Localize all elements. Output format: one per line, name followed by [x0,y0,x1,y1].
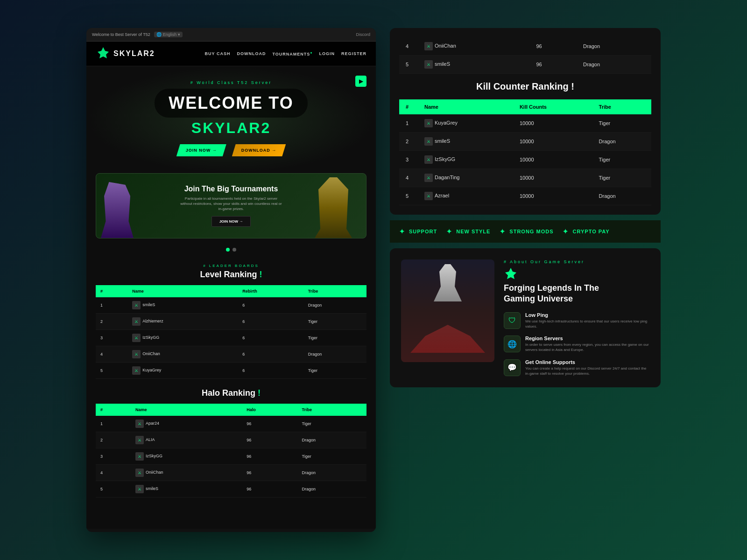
feature-desc: You can create a help request on our Dis… [525,366,649,376]
crypto-pay-label: CRYPTO PAY [572,229,609,234]
rank-cell: 5 [399,187,418,205]
halo-col-rank: # [96,404,131,416]
feature-crypto-pay: ✦ CRYPTO PAY [563,228,609,235]
player-avatar [132,301,141,309]
halo-cell: 96 [242,465,297,481]
name-cell: OniiChan [127,346,238,363]
feature-desc: In order to serve users from every regio… [525,342,649,352]
tribe-cell: Dragon [592,133,651,151]
player-avatar [135,436,144,444]
kills-cell: 10000 [513,133,592,151]
prev-halo-rows: 4 OniiChan 96 Dragon 5 smileS 96 Dragon [399,37,651,74]
social-icon[interactable]: ▶ [355,76,366,87]
language-selector[interactable]: 🌐 English ▾ [154,32,183,37]
rank-cell: 4 [399,37,418,56]
new-style-label: NEW STYLE [456,229,490,234]
feature-list: 🛡 Low Ping We use high-tech infrastructu… [504,312,649,376]
name-cell: KuyaGrey [127,363,238,379]
character-right [315,177,352,238]
support-label: SUPPORT [409,229,437,234]
tribe-cell: Tiger [303,330,366,346]
svg-marker-0 [98,47,109,58]
rank-cell: 5 [399,56,418,74]
nav-links: BUY CASH DOWNLOAD TOURNAMENTS● LOGIN REG… [205,51,366,56]
rank-cell: 1 [96,416,131,432]
kill-col-kills: Kill Counts [513,99,592,114]
table-row: 4 DaganTing 10000 Tiger [399,169,651,187]
browser-tab: Welcome to Best Server of T52 [92,32,150,37]
table-row: 1 smileS 6 Dragon [96,297,366,314]
kill-counter-title: Kill Counter Ranking ! [399,81,651,92]
download-button[interactable]: DOWNLOAD → [232,144,286,156]
player-avatar [424,119,433,127]
tournament-text: Join The Big Tournaments Participate in … [180,185,282,227]
player-avatar [424,137,433,146]
about-section: # About Our Game Server Forging Legends … [390,248,661,387]
player-avatar [132,317,141,326]
rank-cell: 3 [96,448,131,465]
site-logo-text: SKYLAR2 [113,49,155,58]
tribe-cell: Tiger [297,448,366,465]
nav-buy-cash[interactable]: BUY CASH [205,51,231,56]
halo-ranking-section: Halo Ranking ! # Name Halo Tribe 1 Apar2… [86,384,376,502]
feature-name: Region Servers [525,336,649,341]
nav-tournaments[interactable]: TOURNAMENTS● [272,51,312,56]
tribe-cell: Dragon [297,465,366,481]
col-tribe: Tribe [303,285,366,297]
player-avatar [424,42,433,50]
rebirth-cell: 6 [238,314,303,330]
name-cell: IzSkyGG [418,151,513,169]
dot-1[interactable] [226,248,230,252]
nav-download[interactable]: DOWNLOAD [237,51,266,56]
player-avatar [424,155,433,164]
feature-content: Region Servers In order to serve users f… [525,336,649,352]
player-avatar [135,420,144,428]
rank-cell: 2 [96,432,131,448]
strong-mods-star: ✦ [500,228,506,235]
tribe-cell: Tiger [592,114,651,133]
feature-name: Low Ping [525,312,649,318]
rank-cell: 2 [96,314,127,330]
tribe-cell: Tiger [592,169,651,187]
hero-subtitle: # World Class T52 Server [96,80,366,85]
tournament-join-button[interactable]: JOIN NOW → [211,216,251,227]
join-now-button[interactable]: JOIN NOW → [176,144,226,156]
table-row: 4 OniiChan 96 Dragon [96,465,366,481]
halo-cell: 96 [529,56,577,74]
rebirth-cell: 6 [238,330,303,346]
table-row: 5 Azrael 10000 Dragon [399,187,651,205]
halo-col-tribe: Tribe [297,404,366,416]
feature-icon: 🛡 [504,312,521,329]
tournament-title: Join The Big Tournaments [180,185,282,193]
halo-cell: 96 [242,416,297,432]
name-cell: smileS [418,133,513,151]
hero-site-name: SKYLAR2 [96,119,366,137]
browser-window: Welcome to Best Server of T52 🌐 English … [86,28,376,532]
feature-name: Get Online Supports [525,359,649,365]
kills-cell: 10000 [513,187,592,205]
discord-link[interactable]: Discord [356,32,370,37]
about-logo-icon [504,267,518,281]
name-cell: ALIA [131,432,242,448]
name-cell: Alzhiemerz [127,314,238,330]
name-cell: KuyaGrey [418,114,513,133]
halo-cell: 96 [242,448,297,465]
site-nav: SKYLAR2 BUY CASH DOWNLOAD TOURNAMENTS● L… [86,42,376,66]
rebirth-cell: 6 [238,297,303,314]
nav-login[interactable]: LOGIN [319,51,335,56]
tribe-cell: Tiger [297,416,366,432]
name-cell: smileS [131,481,242,497]
dot-2[interactable] [233,248,236,252]
name-cell: OniiChan [131,465,242,481]
name-cell: Apar24 [131,416,242,432]
nav-register[interactable]: REGISTER [341,51,366,56]
tournament-banner: Join The Big Tournaments Participate in … [96,173,366,238]
svg-marker-1 [505,268,516,279]
halo-cell: 96 [529,37,577,56]
about-image-content [401,259,494,362]
table-row: 2 smileS 10000 Dragon [399,133,651,151]
kill-counter-section: 4 OniiChan 96 Dragon 5 smileS 96 Dragon … [390,28,661,215]
player-avatar [135,452,144,461]
level-ranking-section: # LEADER BOARDS Level Ranking ! # Name R… [86,259,376,384]
about-title-line1: Forging Legends In The [504,283,599,293]
